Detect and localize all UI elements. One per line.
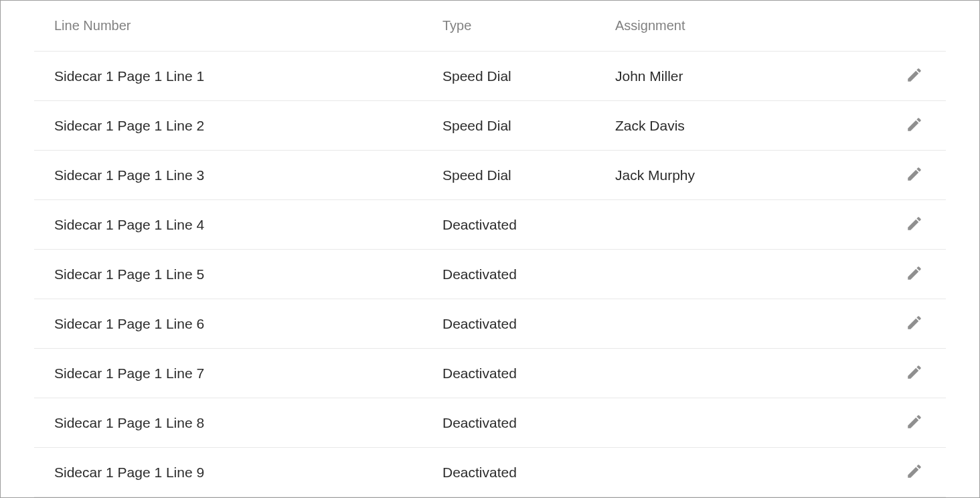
cell-type: Speed Dial — [442, 167, 615, 183]
table-row: Sidecar 1 Page 1 Line 4Deactivated — [34, 200, 946, 250]
pencil-icon — [906, 66, 923, 86]
pencil-icon — [906, 215, 923, 234]
pencil-icon — [906, 264, 923, 284]
cell-action — [899, 212, 926, 237]
cell-line-number: Sidecar 1 Page 1 Line 3 — [54, 167, 442, 183]
cell-action — [899, 64, 926, 88]
cell-line-number: Sidecar 1 Page 1 Line 1 — [54, 68, 442, 84]
cell-assignment: Zack Davis — [615, 118, 899, 134]
table-row: Sidecar 1 Page 1 Line 7Deactivated — [34, 349, 946, 398]
table-row: Sidecar 1 Page 1 Line 9Deactivated — [34, 448, 946, 497]
edit-button[interactable] — [903, 361, 926, 386]
table-row: Sidecar 1 Page 1 Line 6Deactivated — [34, 299, 946, 349]
edit-button[interactable] — [903, 410, 926, 435]
app-container: Line Number Type Assignment Sidecar 1 Pa… — [0, 0, 980, 498]
lines-table: Line Number Type Assignment Sidecar 1 Pa… — [34, 1, 946, 497]
cell-line-number: Sidecar 1 Page 1 Line 7 — [54, 365, 442, 382]
table-row: Sidecar 1 Page 1 Line 5Deactivated — [34, 250, 946, 299]
cell-line-number: Sidecar 1 Page 1 Line 8 — [54, 415, 442, 431]
pencil-icon — [906, 363, 923, 383]
cell-assignment: Jack Murphy — [615, 167, 899, 183]
cell-action — [899, 163, 926, 187]
table-row: Sidecar 1 Page 1 Line 2Speed DialZack Da… — [34, 101, 946, 151]
table-row: Sidecar 1 Page 1 Line 3Speed DialJack Mu… — [34, 151, 946, 200]
cell-line-number: Sidecar 1 Page 1 Line 9 — [54, 465, 442, 481]
cell-type: Speed Dial — [442, 118, 615, 134]
edit-button[interactable] — [903, 262, 926, 286]
pencil-icon — [906, 314, 923, 333]
cell-line-number: Sidecar 1 Page 1 Line 4 — [54, 217, 442, 233]
header-line-number: Line Number — [54, 18, 442, 33]
cell-type: Deactivated — [442, 365, 615, 382]
cell-type: Deactivated — [442, 415, 615, 431]
cell-action — [899, 460, 926, 485]
pencil-icon — [906, 413, 923, 432]
table-body: Sidecar 1 Page 1 Line 1Speed DialJohn Mi… — [34, 52, 946, 497]
cell-action — [899, 262, 926, 286]
cell-type: Deactivated — [442, 266, 615, 282]
edit-button[interactable] — [903, 311, 926, 336]
header-type: Type — [442, 18, 615, 33]
edit-button[interactable] — [903, 163, 926, 187]
pencil-icon — [906, 116, 923, 135]
cell-type: Deactivated — [442, 217, 615, 233]
cell-assignment: John Miller — [615, 68, 899, 84]
header-assignment: Assignment — [615, 18, 899, 33]
table-header-row: Line Number Type Assignment — [34, 1, 946, 52]
pencil-icon — [906, 165, 923, 185]
cell-line-number: Sidecar 1 Page 1 Line 5 — [54, 266, 442, 282]
edit-button[interactable] — [903, 113, 926, 138]
pencil-icon — [906, 463, 923, 482]
cell-line-number: Sidecar 1 Page 1 Line 6 — [54, 316, 442, 332]
cell-action — [899, 410, 926, 435]
cell-action — [899, 311, 926, 336]
table-row: Sidecar 1 Page 1 Line 8Deactivated — [34, 398, 946, 448]
cell-type: Speed Dial — [442, 68, 615, 84]
edit-button[interactable] — [903, 460, 926, 485]
cell-type: Deactivated — [442, 316, 615, 332]
cell-action — [899, 361, 926, 386]
cell-type: Deactivated — [442, 465, 615, 481]
edit-button[interactable] — [903, 64, 926, 88]
table-row: Sidecar 1 Page 1 Line 1Speed DialJohn Mi… — [34, 52, 946, 101]
cell-action — [899, 113, 926, 138]
cell-line-number: Sidecar 1 Page 1 Line 2 — [54, 118, 442, 134]
edit-button[interactable] — [903, 212, 926, 237]
